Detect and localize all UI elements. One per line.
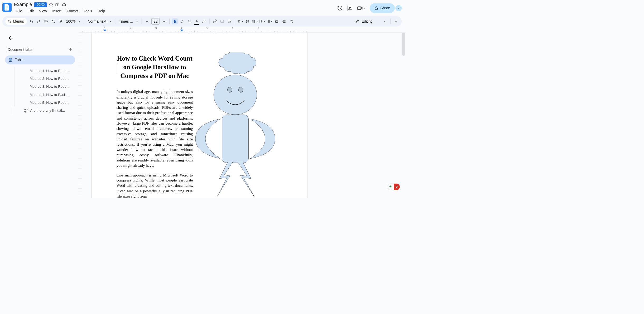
redo-icon[interactable] <box>36 18 42 24</box>
undo-icon[interactable] <box>28 18 34 24</box>
menu-file[interactable]: File <box>14 8 25 14</box>
document-title[interactable]: Example <box>14 2 32 7</box>
numbered-list-icon[interactable]: 123 <box>267 18 273 24</box>
checklist-icon[interactable] <box>252 18 258 24</box>
svg-point-22 <box>229 21 229 21</box>
decrease-font-icon[interactable] <box>144 18 150 24</box>
share-button[interactable]: Share <box>370 3 395 13</box>
text-cursor <box>117 65 117 73</box>
highlight-icon[interactable] <box>201 18 207 24</box>
spellcheck-icon[interactable] <box>50 18 56 24</box>
share-label: Share <box>380 6 390 10</box>
menu-help[interactable]: Help <box>95 8 107 14</box>
svg-point-34 <box>260 22 260 23</box>
document-paragraph[interactable]: In today's digital age, managing documen… <box>117 89 193 168</box>
editing-mode-dropdown[interactable]: Editing <box>353 19 388 23</box>
notification-badge: 2 <box>394 184 400 190</box>
menu-bar: File Edit View Insert Format Tools Help <box>14 8 107 14</box>
outline-item[interactable]: Q4: Are there any limitati... <box>12 106 75 114</box>
svg-marker-55 <box>180 30 183 32</box>
menu-tools[interactable]: Tools <box>81 8 94 14</box>
svg-point-33 <box>260 21 260 22</box>
vertical-ruler[interactable] <box>78 32 82 198</box>
svg-rect-9 <box>45 22 47 23</box>
paragraph-style-dropdown[interactable]: Normal text <box>86 19 113 23</box>
star-icon[interactable] <box>49 2 53 7</box>
svg-point-32 <box>260 20 260 21</box>
drawing-figure[interactable] <box>195 52 276 198</box>
line-spacing-icon[interactable] <box>245 18 251 24</box>
add-tab-icon[interactable] <box>69 47 73 52</box>
docx-badge: .DOCX <box>34 2 47 7</box>
vertical-scrollbar[interactable] <box>402 32 405 56</box>
svg-point-65 <box>238 87 243 92</box>
zoom-dropdown[interactable]: 100% <box>65 19 81 23</box>
collapse-toolbar-icon[interactable] <box>393 18 399 24</box>
svg-marker-67 <box>217 162 233 197</box>
outline-item[interactable]: Method 2: How to Redu... <box>15 75 75 83</box>
menu-format[interactable]: Format <box>64 8 81 14</box>
search-menus[interactable]: Menus <box>5 18 27 25</box>
cloud-icon[interactable] <box>61 2 66 7</box>
text-color-icon[interactable] <box>194 18 200 24</box>
paint-format-icon[interactable] <box>57 18 64 24</box>
outline-item[interactable]: Method 5: How to Redu... <box>15 99 75 106</box>
font-dropdown[interactable]: Times ... <box>118 19 139 23</box>
svg-line-7 <box>10 22 11 23</box>
svg-rect-5 <box>375 8 378 9</box>
docs-logo[interactable] <box>2 3 12 12</box>
svg-marker-68 <box>238 162 254 197</box>
link-icon[interactable] <box>212 18 218 24</box>
comment-icon[interactable] <box>347 5 353 11</box>
underline-icon[interactable] <box>186 18 193 24</box>
menu-edit[interactable]: Edit <box>25 8 36 14</box>
bullet-list-icon[interactable] <box>259 18 265 24</box>
menu-insert[interactable]: Insert <box>50 8 64 14</box>
tab-label: Tab 1 <box>15 58 24 62</box>
sidebar: Document tabs Tab 1 Method 1: How to Red… <box>0 32 78 198</box>
image-icon[interactable] <box>227 18 233 24</box>
move-icon[interactable] <box>55 2 59 7</box>
back-arrow-icon[interactable] <box>8 35 75 42</box>
outline-item[interactable]: Method 3: How to Redu... <box>15 83 75 91</box>
outline-item[interactable]: Method 4: How to Easil... <box>15 91 75 99</box>
horizontal-ruler[interactable]: 1234567 <box>78 27 406 33</box>
meet-icon[interactable] <box>357 5 366 11</box>
print-icon[interactable] <box>43 18 49 24</box>
svg-text:3: 3 <box>267 22 268 23</box>
italic-icon[interactable] <box>179 18 185 24</box>
toolbar: Menus 100% Normal text Times ... 22 123 <box>2 16 402 27</box>
svg-point-64 <box>227 87 232 92</box>
svg-line-16 <box>182 20 182 23</box>
menus-label: Menus <box>13 19 24 23</box>
increase-font-icon[interactable] <box>161 18 167 24</box>
explore-fab[interactable]: 2 <box>387 184 400 190</box>
svg-rect-10 <box>59 20 61 21</box>
svg-rect-3 <box>358 7 361 10</box>
svg-marker-54 <box>103 30 106 32</box>
increase-indent-icon[interactable] <box>281 18 287 24</box>
font-size-input[interactable]: 22 <box>151 18 160 24</box>
svg-marker-0 <box>49 3 53 6</box>
align-icon[interactable] <box>237 18 243 24</box>
tab-item-1[interactable]: Tab 1 <box>5 55 75 64</box>
bold-icon[interactable] <box>172 18 178 24</box>
svg-point-6 <box>8 20 10 22</box>
decrease-indent-icon[interactable] <box>274 18 280 24</box>
outline-item[interactable]: Method 1: How to Redu... <box>15 67 75 75</box>
svg-point-63 <box>214 75 257 115</box>
add-comment-icon[interactable] <box>219 18 225 24</box>
history-icon[interactable] <box>337 5 343 11</box>
document-heading[interactable]: How to Check Word Count on Google DocsHo… <box>117 54 193 80</box>
document-paragraph[interactable]: One such approach is using Microsoft Wor… <box>117 173 193 198</box>
document-page[interactable]: How to Check Word Count on Google DocsHo… <box>92 32 307 198</box>
clear-format-icon[interactable] <box>289 18 295 24</box>
document-tabs-label: Document tabs <box>8 48 32 52</box>
menu-view[interactable]: View <box>37 8 49 14</box>
share-dropdown[interactable] <box>395 5 402 11</box>
svg-rect-66 <box>222 115 249 163</box>
